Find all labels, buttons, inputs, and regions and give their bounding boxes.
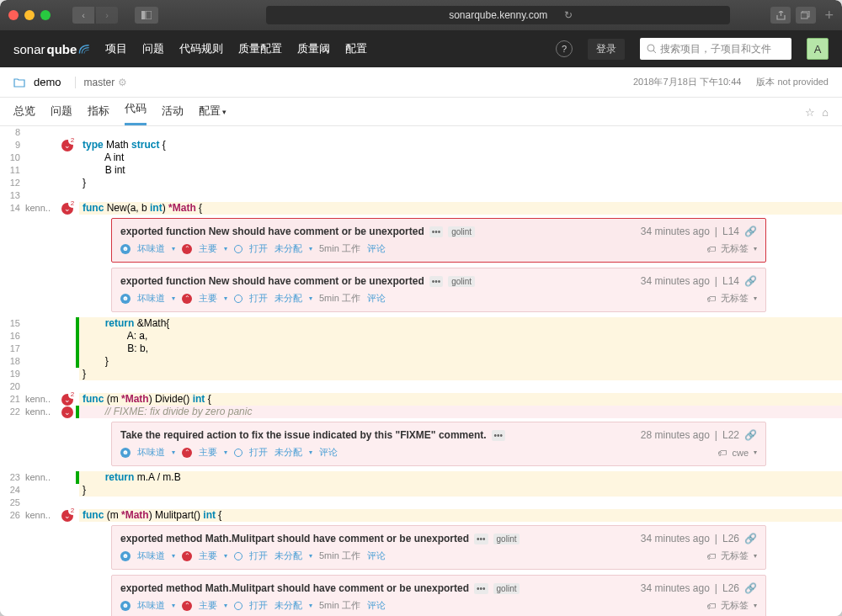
issue-status[interactable]: 打开 [249, 242, 268, 255]
url-bar[interactable]: sonarqube.kenny.com ↻ [266, 6, 730, 24]
window-close[interactable] [8, 10, 19, 20]
issue-rule[interactable]: golint [493, 583, 520, 594]
permalink-icon[interactable]: 🔗 [744, 275, 757, 287]
code-line: // FIXME: fix divide by zero panic [79, 406, 842, 418]
project-tabs: 总览 问题 指标 代码 活动 配置▾ ☆ ⌂ [0, 98, 842, 126]
tab-measures[interactable]: 指标 [88, 104, 109, 125]
line-number: 12 [0, 177, 25, 189]
nav-projects[interactable]: 项目 [105, 41, 127, 56]
line-number: 23 [0, 471, 25, 484]
permalink-icon[interactable]: 🔗 [744, 533, 757, 544]
svg-point-4 [647, 45, 654, 51]
window-minimize[interactable] [24, 10, 35, 20]
issue-menu-icon[interactable]: ••• [474, 583, 488, 594]
issue-rule[interactable]: golint [493, 534, 520, 544]
line-number: 8 [0, 126, 25, 139]
issue-marker-icon[interactable]: ⌄2 [61, 140, 73, 151]
nav-issues[interactable]: 问题 [142, 41, 164, 56]
issue-type[interactable]: 坏味道 [137, 242, 165, 255]
branch-settings-icon[interactable]: ⚙ [118, 77, 127, 88]
issue-severity[interactable]: 主要 [199, 242, 217, 255]
blame-author: kenn.. [25, 406, 59, 418]
window-maximize[interactable] [40, 10, 51, 20]
new-tab[interactable]: + [824, 7, 834, 24]
issue-block[interactable]: exported method Math.Mulitpart should ha… [111, 575, 766, 616]
issue-rule[interactable]: golint [448, 226, 475, 237]
issue-menu-icon[interactable]: ••• [429, 276, 444, 287]
permalink-icon[interactable]: 🔗 [744, 582, 757, 594]
issue-title: exported method Math.Mulitpart should ha… [120, 582, 469, 594]
browser-titlebar: ‹ › sonarqube.kenny.com ↻ + [0, 0, 842, 30]
blame-author: kenn.. [25, 509, 59, 522]
analysis-timestamp: 2018年7月18日 下午10:44 [633, 76, 741, 88]
issue-block[interactable]: exported function New should have commen… [111, 268, 766, 312]
favorite-icon[interactable]: ☆ [805, 106, 815, 119]
status-icon [234, 245, 242, 253]
code-line: B int [79, 164, 842, 177]
issue-age: 34 minutes ago [641, 226, 710, 237]
tabs-icon[interactable] [796, 7, 816, 24]
issue-title: exported function New should have commen… [120, 275, 424, 287]
severity-icon: ⌃ [182, 448, 192, 458]
code-line: return m.A / m.B [79, 471, 842, 484]
nav-admin[interactable]: 配置 [345, 41, 367, 56]
line-number: 21 [0, 393, 25, 406]
code-line [79, 126, 842, 139]
nav-forward[interactable]: › [96, 7, 118, 24]
line-number: 22 [0, 406, 25, 418]
tab-overview-icon[interactable] [135, 7, 158, 24]
branch-selector[interactable]: master ⚙ [75, 77, 128, 88]
line-number: 14 [0, 202, 25, 215]
nav-gates[interactable]: 质量阈 [297, 41, 330, 56]
status-icon [234, 295, 242, 303]
home-icon[interactable]: ⌂ [822, 106, 829, 119]
nav-rules[interactable]: 代码规则 [179, 41, 223, 56]
issue-comments[interactable]: 评论 [367, 242, 386, 255]
tab-activity[interactable]: 活动 [162, 104, 184, 125]
severity-icon: ⌃ [182, 551, 192, 561]
code-line [79, 497, 842, 509]
permalink-icon[interactable]: 🔗 [744, 429, 757, 441]
issue-tags[interactable]: 无标签 [721, 242, 749, 255]
global-search[interactable]: 搜索项目，子项目和文件 [640, 38, 791, 60]
tab-code[interactable]: 代码 [125, 101, 147, 125]
severity-icon: ⌃ [182, 244, 192, 254]
help-icon[interactable]: ? [556, 40, 573, 57]
code-line: func New(a, b int) *Math { [79, 202, 842, 215]
line-number: 20 [0, 380, 25, 393]
login-button[interactable]: 登录 [588, 39, 625, 60]
issue-block[interactable]: exported method Math.Mulitpart should ha… [111, 525, 766, 570]
issue-marker-icon[interactable]: ⌄2 [61, 510, 73, 522]
line-number: 17 [0, 343, 25, 355]
user-avatar[interactable]: A [807, 38, 829, 60]
url-text: sonarqube.kenny.com [449, 9, 547, 21]
issue-rule[interactable]: golint [448, 276, 475, 287]
issue-menu-icon[interactable]: ••• [492, 430, 506, 441]
search-placeholder: 搜索项目，子项目和文件 [660, 42, 771, 56]
nav-back[interactable]: ‹ [72, 7, 94, 24]
severity-icon: ⌃ [182, 294, 192, 304]
logo[interactable]: sonarqube [13, 42, 90, 56]
issue-block[interactable]: exported function New should have commen… [111, 218, 766, 263]
tab-overview[interactable]: 总览 [13, 104, 35, 125]
code-line: A: a, [79, 330, 842, 343]
tab-admin[interactable]: 配置▾ [199, 104, 226, 125]
line-number: 10 [0, 151, 25, 164]
project-name[interactable]: demo [34, 76, 61, 88]
issue-menu-icon[interactable]: ••• [429, 226, 444, 237]
issue-marker-icon[interactable]: ⌄2 [61, 394, 73, 406]
tab-issues[interactable]: 问题 [51, 104, 72, 125]
nav-profiles[interactable]: 质量配置 [238, 41, 282, 56]
code-line: type Math struct { [79, 139, 842, 151]
issue-marker-icon[interactable]: ⌄2 [61, 203, 73, 215]
line-number: 18 [0, 355, 25, 368]
line-number: 16 [0, 330, 25, 343]
issue-assignee[interactable]: 未分配 [274, 242, 302, 255]
permalink-icon[interactable]: 🔗 [744, 226, 757, 237]
svg-line-5 [653, 50, 656, 53]
issue-menu-icon[interactable]: ••• [474, 534, 488, 544]
issue-marker-icon[interactable]: ⌄ [61, 406, 73, 418]
code-line: } [79, 484, 842, 497]
share-icon[interactable] [770, 7, 791, 24]
issue-block[interactable]: Take the required action to fix the issu… [111, 422, 766, 466]
